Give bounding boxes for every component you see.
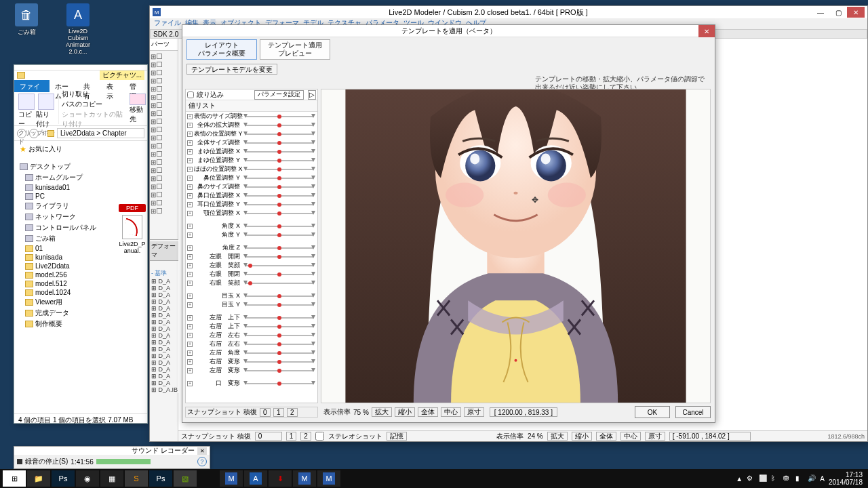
- taskbar-ps2[interactable]: Ps: [149, 470, 172, 487]
- stop-icon[interactable]: [17, 459, 22, 464]
- tree-item[interactable]: PC: [16, 192, 146, 201]
- param-row[interactable]: +鼻のサイズ調整: [186, 182, 317, 191]
- tree-item[interactable]: Live2Ddata: [16, 262, 146, 270]
- param-row[interactable]: +右眉 左右: [186, 340, 317, 348]
- desktop-icon-animator[interactable]: ALive2D Cubism Animator 2.0.c...: [62, 3, 94, 55]
- tree-item[interactable]: model.1024: [16, 288, 146, 297]
- param-row[interactable]: +まゆ位置調整 Y: [186, 156, 317, 165]
- dlg-zoom-in[interactable]: 拡大: [372, 407, 392, 417]
- param-row[interactable]: +耳口位置調整 Y: [186, 200, 317, 209]
- close-icon[interactable]: ✕: [197, 447, 207, 455]
- tray-bluetooth-icon[interactable]: ᛒ: [771, 474, 779, 483]
- help-icon[interactable]: ?: [197, 457, 207, 466]
- taskbar-modeler[interactable]: M: [220, 470, 243, 487]
- zoom-fit-button[interactable]: 全体: [596, 432, 616, 441]
- taskbar-app[interactable]: ▦: [100, 470, 123, 487]
- taskbar-reader[interactable]: ⬇: [269, 470, 292, 487]
- taskbar-photoshop[interactable]: Ps: [52, 470, 75, 487]
- param-row[interactable]: +右眼 開閉: [186, 270, 317, 279]
- explorer-window[interactable]: ピクチャツ... ファイル ホーム 共有 表示 管理 コピー 貼り付け クリップ…: [14, 64, 148, 424]
- taskbar-clock[interactable]: 17:13 2014/07/18: [829, 471, 863, 486]
- ok-button[interactable]: OK: [635, 406, 670, 418]
- tab-file[interactable]: ファイル: [14, 80, 50, 92]
- tray-icon[interactable]: ⚙: [747, 474, 755, 483]
- taskbar-m3[interactable]: M: [317, 470, 340, 487]
- cut-item[interactable]: 切り取り: [62, 89, 124, 99]
- moveto-button[interactable]: 移動先: [130, 94, 146, 124]
- tab-apply-template[interactable]: テンプレート適用 プレビュー: [260, 39, 330, 60]
- dlg-zoom-out[interactable]: 縮小: [395, 407, 415, 417]
- cancel-button[interactable]: Cancel: [675, 406, 711, 418]
- nav-tree[interactable]: ★お気に入り デスクトップホームグループkunisada01PCライブラリネット…: [14, 141, 147, 413]
- pdf-file-item[interactable]: PDF Live2D_P anual.: [119, 204, 146, 254]
- copy-button[interactable]: コピー: [18, 94, 35, 129]
- tray-network-icon[interactable]: ▮: [795, 474, 804, 483]
- taskbar-sublime[interactable]: S: [125, 470, 148, 487]
- deformer-tab[interactable]: デフォーマ: [150, 241, 178, 261]
- param-row[interactable]: +角度 Z: [186, 243, 317, 252]
- breadcrumb[interactable]: Live2Ddata > Chapter: [57, 128, 144, 138]
- dialog-close-button[interactable]: ✕: [698, 25, 715, 37]
- maximize-button[interactable]: ▢: [829, 7, 847, 18]
- tray-hdd-icon[interactable]: ⛃: [783, 474, 791, 483]
- param-row[interactable]: +顎位置調整 X: [186, 209, 317, 218]
- taskbar-explorer[interactable]: 📁: [27, 470, 50, 487]
- param-setting-button[interactable]: パラメータ設定: [254, 90, 304, 100]
- parts-tab[interactable]: パーツ: [150, 39, 178, 51]
- close-button[interactable]: ✕: [847, 7, 865, 18]
- paste-button[interactable]: 貼り付け: [36, 94, 56, 129]
- param-row[interactable]: +全体の拡大調整: [186, 121, 317, 129]
- param-row[interactable]: +目玉 X: [186, 291, 317, 300]
- tray-volume-icon[interactable]: 🔊: [808, 474, 816, 483]
- param-row[interactable]: +右眉 変形: [186, 357, 317, 366]
- preview-canvas[interactable]: ✥: [321, 89, 711, 403]
- param-row[interactable]: +ほほの位置調整 X: [186, 165, 317, 174]
- param-row[interactable]: +鼻位置調整 Y: [186, 174, 317, 182]
- copypath-item[interactable]: パスのコピー: [62, 100, 124, 109]
- taskbar-chrome[interactable]: ◉: [76, 470, 99, 487]
- snap-field[interactable]: 0: [255, 432, 282, 441]
- param-row[interactable]: +鼻口位置調整 X: [186, 191, 317, 200]
- filter-checkbox[interactable]: [187, 92, 194, 98]
- nav-back-icon[interactable]: [17, 129, 26, 138]
- tree-item[interactable]: ホームグループ: [16, 172, 146, 183]
- param-row[interactable]: +左眼 笑顔: [186, 261, 317, 270]
- param-row[interactable]: +口 変形: [186, 379, 317, 388]
- taskbar-animator[interactable]: A: [244, 470, 267, 487]
- param-row[interactable]: +角度 Y: [186, 230, 317, 239]
- change-template-button[interactable]: テンプレートモデルを変更: [186, 64, 277, 75]
- nav-up-icon[interactable]: ↑: [41, 129, 45, 137]
- tray-icon[interactable]: ⬜: [759, 474, 767, 483]
- param-row[interactable]: +左眉 上下: [186, 313, 317, 322]
- zoom-in-button[interactable]: 拡大: [547, 432, 568, 441]
- param-row[interactable]: +左眼 開閉: [186, 252, 317, 261]
- tree-item[interactable]: kunisada01: [16, 183, 146, 192]
- sound-recorder-window[interactable]: サウンド レコーダー✕ 録音の停止(S) 1:41:56 ?: [14, 446, 210, 469]
- param-row[interactable]: +左眉 角度: [186, 348, 317, 357]
- nav-fwd-icon[interactable]: [29, 129, 39, 138]
- chevron-right-icon[interactable]: ▷: [308, 90, 316, 100]
- tree-item[interactable]: 完成データ: [16, 308, 146, 319]
- tray-ime[interactable]: A: [820, 475, 825, 483]
- desktop-icon-recycle[interactable]: 🗑ごみ箱: [10, 3, 43, 55]
- tab-layout[interactable]: レイアウト パラメータ概要: [186, 39, 257, 60]
- tab-manage[interactable]: 管理: [124, 80, 147, 92]
- template-dialog[interactable]: テンプレートを適用（ベータ） ✕ レイアウト パラメータ概要 テンプレート適用 …: [182, 24, 715, 423]
- param-row[interactable]: +右眉 上下: [186, 322, 317, 331]
- param-row[interactable]: +左眉 左右: [186, 331, 317, 340]
- param-row[interactable]: +右眼 笑顔: [186, 279, 317, 287]
- tree-item[interactable]: model.256: [16, 270, 146, 279]
- param-row[interactable]: +表情の位置調整 Y: [186, 129, 317, 138]
- zoom-out-button[interactable]: 縮小: [572, 432, 592, 441]
- taskbar-m2[interactable]: M: [293, 470, 316, 487]
- param-row[interactable]: +表情のサイズ調整: [186, 112, 317, 121]
- param-row[interactable]: +角度 X: [186, 222, 317, 230]
- taskbar-nvidia[interactable]: ▧: [174, 470, 197, 487]
- tree-item[interactable]: デスクトップ: [16, 161, 146, 172]
- param-row[interactable]: +全体サイズ調整: [186, 138, 317, 147]
- tree-item[interactable]: 制作概要: [16, 319, 146, 329]
- paste-shortcut[interactable]: ショートカットの貼り付け: [62, 110, 124, 129]
- tree-item[interactable]: model.512: [16, 279, 146, 288]
- tray-up-icon[interactable]: ▲: [736, 475, 743, 483]
- menu-file[interactable]: ファイル: [154, 18, 181, 29]
